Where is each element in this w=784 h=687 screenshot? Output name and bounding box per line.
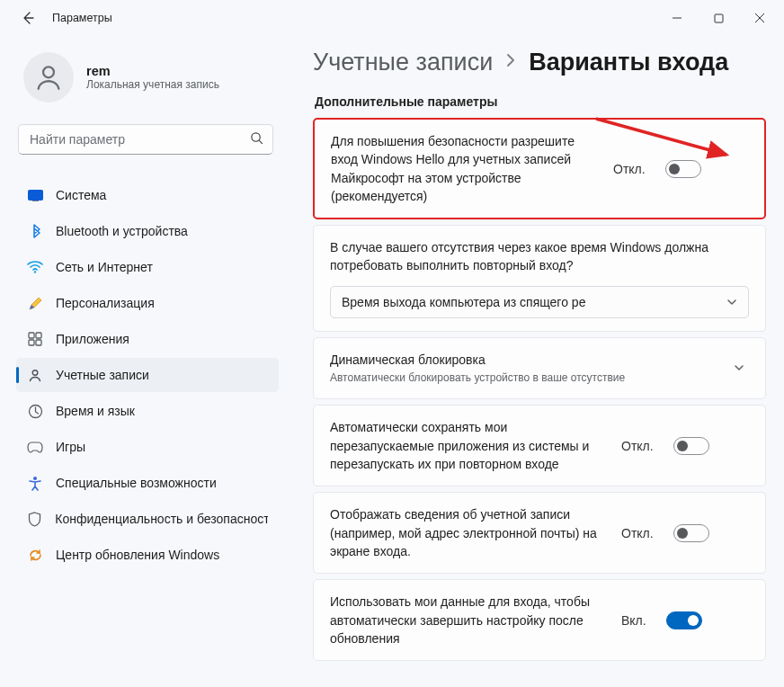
setting-windows-hello: Для повышения безопасности разрешите вхо…	[313, 118, 766, 219]
setting-text: В случае вашего отсутствия через какое в…	[330, 238, 749, 275]
sidebar-item-time-language[interactable]: Время и язык	[16, 394, 279, 428]
setting-use-signin-info: Использовать мои данные для входа, чтобы…	[313, 579, 766, 661]
breadcrumb: Учетные записи Варианты входа	[313, 49, 766, 76]
toggle-state-label: Откл.	[621, 526, 654, 540]
sidebar-item-label: Bluetooth и устройства	[56, 224, 188, 238]
toggle-state-label: Откл.	[621, 439, 654, 453]
shield-icon	[27, 511, 42, 527]
svg-rect-6	[29, 333, 34, 338]
setting-dynamic-lock[interactable]: Динамическая блокировка Автоматически бл…	[313, 337, 766, 400]
sidebar-item-label: Игры	[56, 440, 85, 454]
setting-subtitle: Автоматически блокировать устройство в в…	[330, 370, 717, 386]
close-button[interactable]	[739, 4, 780, 32]
titlebar: Параметры	[0, 0, 784, 36]
person-icon	[27, 367, 43, 383]
sidebar-item-accounts[interactable]: Учетные записи	[16, 358, 279, 392]
sidebar-item-label: Сеть и Интернет	[56, 260, 153, 274]
svg-point-12	[33, 477, 37, 480]
svg-point-10	[32, 370, 38, 376]
nav: Система Bluetooth и устройства Сеть и Ин…	[16, 178, 279, 572]
clock-globe-icon	[27, 403, 43, 419]
svg-point-1	[43, 67, 54, 77]
sidebar-item-label: Время и язык	[56, 404, 135, 418]
setting-text: Для повышения безопасности разрешите вхо…	[331, 132, 601, 205]
accessibility-icon	[27, 475, 43, 491]
maximize-button[interactable]	[698, 4, 739, 32]
breadcrumb-current: Варианты входа	[529, 49, 728, 76]
chevron-right-icon	[505, 53, 516, 72]
gamepad-icon	[27, 439, 43, 455]
setting-text: Использовать мои данные для входа, чтобы…	[330, 593, 609, 647]
minimize-icon	[672, 13, 682, 23]
sidebar-item-accessibility[interactable]: Специальные возможности	[16, 466, 279, 500]
sidebar-item-label: Приложения	[56, 332, 129, 346]
svg-point-2	[252, 133, 260, 141]
sidebar-item-label: Персонализация	[56, 296, 155, 310]
sidebar: rem Локальная учетная запись Система Blu…	[7, 36, 286, 680]
setting-text: Отображать сведения об учетной записи (н…	[330, 505, 609, 560]
search-icon	[250, 131, 263, 147]
setting-text: Автоматически сохранять мои перезапускае…	[330, 418, 609, 473]
user-name: rem	[86, 64, 219, 78]
sidebar-item-apps[interactable]: Приложения	[16, 322, 279, 356]
chevron-down-icon	[729, 361, 749, 376]
update-icon	[27, 547, 43, 563]
wifi-icon	[27, 259, 43, 275]
person-icon	[33, 62, 64, 93]
toggle-show-account-info[interactable]	[673, 524, 709, 542]
svg-rect-7	[36, 333, 41, 338]
close-icon	[754, 13, 765, 23]
chevron-down-icon	[726, 295, 737, 309]
sidebar-item-system[interactable]: Система	[16, 178, 279, 212]
svg-rect-8	[29, 340, 34, 345]
svg-rect-9	[36, 340, 41, 345]
sidebar-item-label: Конфиденциальность и безопасность	[55, 512, 268, 526]
apps-icon	[27, 331, 43, 347]
display-icon	[27, 187, 43, 203]
toggle-use-signin-info[interactable]	[666, 611, 702, 629]
svg-rect-0	[715, 14, 723, 22]
window-title: Параметры	[52, 12, 112, 24]
sidebar-item-personalization[interactable]: Персонализация	[16, 286, 279, 320]
user-subtitle: Локальная учетная запись	[86, 78, 219, 91]
dropdown-require-signin[interactable]: Время выхода компьютера из спящего ре	[330, 286, 749, 318]
bluetooth-icon	[27, 223, 43, 239]
setting-require-signin: В случае вашего отсутствия через какое в…	[313, 225, 766, 332]
sidebar-item-label: Специальные возможности	[56, 476, 217, 490]
back-button[interactable]	[20, 9, 38, 27]
search-box[interactable]	[18, 124, 273, 155]
sidebar-item-bluetooth[interactable]: Bluetooth и устройства	[16, 214, 279, 248]
paint-icon	[27, 295, 43, 311]
sidebar-item-label: Учетные записи	[56, 368, 149, 382]
toggle-state-label: Откл.	[613, 162, 646, 176]
arrow-left-icon	[22, 11, 36, 25]
avatar	[23, 52, 74, 103]
section-title: Дополнительные параметры	[315, 94, 766, 109]
setting-restart-apps: Автоматически сохранять мои перезапускае…	[313, 405, 766, 486]
maximize-icon	[714, 13, 724, 23]
toggle-windows-hello[interactable]	[665, 160, 701, 178]
sidebar-item-gaming[interactable]: Игры	[16, 430, 279, 464]
sidebar-item-network[interactable]: Сеть и Интернет	[16, 250, 279, 284]
search-input[interactable]	[19, 132, 272, 147]
sidebar-item-windows-update[interactable]: Центр обновления Windows	[16, 538, 279, 572]
svg-rect-4	[32, 201, 39, 201]
svg-point-5	[34, 271, 36, 272]
breadcrumb-parent[interactable]: Учетные записи	[313, 49, 493, 76]
sidebar-item-privacy[interactable]: Конфиденциальность и безопасность	[16, 502, 279, 536]
sidebar-item-label: Система	[56, 188, 106, 202]
toggle-restart-apps[interactable]	[673, 437, 709, 455]
user-block[interactable]: rem Локальная учетная запись	[16, 45, 279, 122]
settings-list: Для повышения безопасности разрешите вхо…	[313, 118, 766, 661]
setting-show-account-info: Отображать сведения об учетной записи (н…	[313, 492, 766, 574]
toggle-state-label: Вкл.	[621, 613, 646, 628]
setting-title: Динамическая блокировка	[330, 351, 717, 369]
minimize-button[interactable]	[656, 4, 698, 32]
svg-rect-3	[28, 190, 42, 200]
dropdown-value: Время выхода компьютера из спящего ре	[342, 295, 585, 309]
main: Учетные записи Варианты входа Дополнител…	[286, 36, 777, 680]
sidebar-item-label: Центр обновления Windows	[56, 548, 219, 562]
